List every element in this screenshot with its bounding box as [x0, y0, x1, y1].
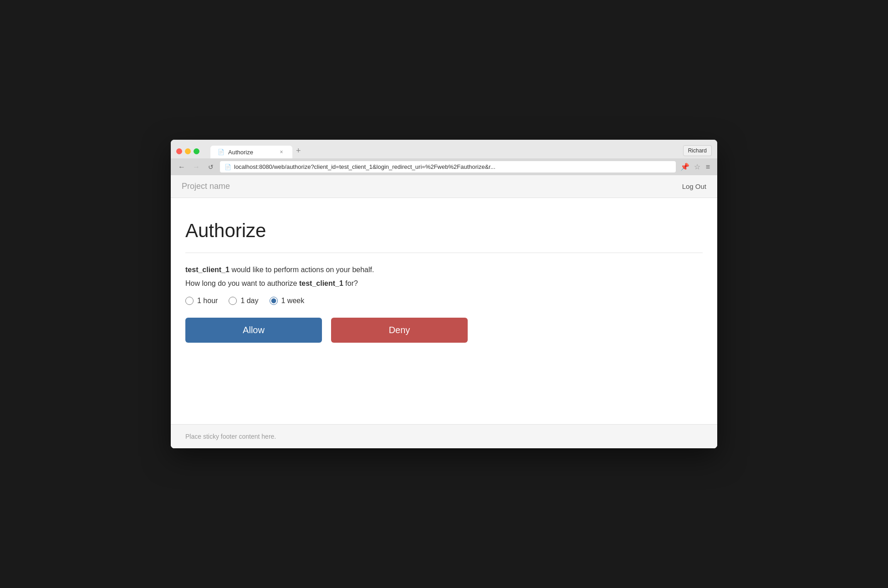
title-bar: 📄 Authorize × + Richard ← → ↺ 📄 localhos… [171, 140, 717, 175]
action-buttons: Allow Deny [185, 318, 703, 343]
title-bar-top: 📄 Authorize × + Richard [171, 140, 717, 158]
duration-text-1: How long do you want to authorize [185, 279, 299, 287]
tab-label: Authorize [228, 149, 253, 156]
deny-button[interactable]: Deny [331, 318, 468, 343]
address-bar: ← → ↺ 📄 localhost:8080/web/authorize?cli… [171, 158, 717, 175]
main-content: Authorize test_client_1 would like to pe… [171, 198, 717, 424]
radio-1week-label[interactable]: 1 week [270, 297, 305, 305]
duration-question: How long do you want to authorize test_c… [185, 279, 703, 288]
radio-1day[interactable] [229, 297, 237, 305]
project-name: Project name [182, 182, 230, 191]
radio-1hour[interactable] [185, 297, 194, 305]
description-text: would like to perform actions on your be… [230, 266, 374, 274]
reload-button[interactable]: ↺ [205, 162, 216, 172]
address-actions: 📌 ☆ ≡ [679, 162, 712, 172]
url-bar[interactable]: 📄 localhost:8080/web/authorize?client_id… [220, 161, 676, 172]
radio-1day-text: 1 day [240, 297, 258, 305]
tab-bar: 📄 Authorize × + [210, 144, 679, 158]
duration-text-2: for? [343, 279, 358, 287]
radio-1week[interactable] [270, 297, 278, 305]
client-name-2: test_client_1 [299, 279, 343, 287]
client-description: test_client_1 would like to perform acti… [185, 266, 703, 274]
maximize-window-button[interactable] [194, 148, 199, 154]
close-window-button[interactable] [176, 148, 182, 154]
duration-radio-group: 1 hour 1 day 1 week [185, 297, 703, 305]
profile-button[interactable]: Richard [683, 145, 712, 156]
tab-icon: 📄 [218, 149, 225, 155]
bookmark-button[interactable]: ☆ [693, 162, 701, 172]
page-content: Project name Log Out Authorize test_clie… [171, 175, 717, 448]
page-title: Authorize [185, 220, 703, 242]
radio-1week-text: 1 week [281, 297, 305, 305]
client-name-1: test_client_1 [185, 266, 230, 274]
browser-menu-button[interactable]: ≡ [704, 162, 712, 172]
sticky-footer: Place sticky footer content here. [171, 424, 717, 448]
radio-1hour-text: 1 hour [197, 297, 218, 305]
back-button[interactable]: ← [176, 162, 187, 172]
url-text: localhost:8080/web/authorize?client_id=t… [234, 163, 671, 170]
minimize-window-button[interactable] [185, 148, 191, 154]
radio-1day-label[interactable]: 1 day [229, 297, 258, 305]
pin-button[interactable]: 📌 [679, 162, 690, 172]
allow-button[interactable]: Allow [185, 318, 322, 343]
forward-button[interactable]: → [191, 162, 202, 172]
new-tab-button[interactable]: + [292, 144, 305, 157]
browser-window: 📄 Authorize × + Richard ← → ↺ 📄 localhos… [171, 140, 717, 448]
tab-close-button[interactable]: × [278, 148, 285, 156]
window-controls [176, 148, 199, 154]
top-nav: Project name Log Out [171, 175, 717, 198]
url-security-icon: 📄 [225, 164, 231, 170]
logout-button[interactable]: Log Out [682, 182, 706, 190]
footer-text: Place sticky footer content here. [185, 433, 276, 440]
active-tab[interactable]: 📄 Authorize × [210, 146, 292, 158]
radio-1hour-label[interactable]: 1 hour [185, 297, 218, 305]
title-divider [185, 253, 703, 253]
